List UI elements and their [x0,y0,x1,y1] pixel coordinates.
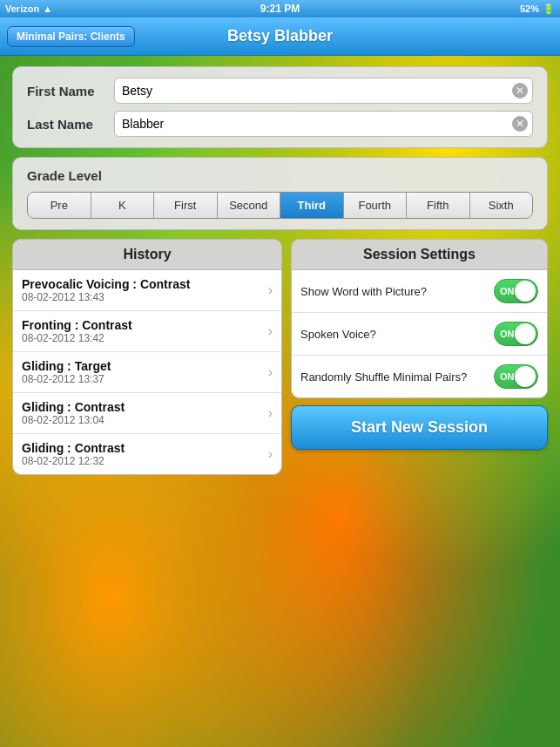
grade-tab-pre[interactable]: Pre [28,193,91,218]
status-right: 52% 🔋 [520,3,555,15]
settings-row-label: Randomly Shuffle Minimal Pairs? [300,370,467,384]
toggle-switch[interactable]: ON [494,364,538,389]
status-time: 9:21 PM [260,3,300,15]
first-name-input-wrap: ✕ [114,78,533,104]
last-name-row: Last Name ✕ [27,111,533,137]
settings-row-label: Show Word with Picture? [300,285,427,298]
history-item-text: Fronting : Contrast 08-02-2012 13:42 [22,318,132,344]
battery-icon: 🔋 [543,3,555,15]
history-item[interactable]: Fronting : Contrast 08-02-2012 13:42 › [13,311,281,352]
grade-tab-fifth[interactable]: Fifth [407,193,470,218]
settings-panel: Session Settings Show Word with Picture?… [291,239,548,475]
grade-tab-k[interactable]: K [91,193,155,218]
wifi-icon: ▲ [43,3,52,14]
settings-header: Session Settings [292,240,547,270]
chevron-right-icon: › [268,282,273,298]
start-new-session-button[interactable]: Start New Session [291,405,548,450]
history-item-date: 08-02-2012 13:37 [22,373,111,385]
settings-card: Session Settings Show Word with Picture?… [291,239,548,398]
chevron-right-icon: › [268,446,273,462]
history-item-title: Gliding : Target [22,359,111,373]
grade-tabs: PreKFirstSecondThirdFourthFifthSixth [27,192,533,219]
toggle-switch[interactable]: ON [494,279,538,303]
grade-level-card: Grade Level PreKFirstSecondThirdFourthFi… [12,157,548,230]
grade-tab-sixth[interactable]: Sixth [470,193,533,218]
name-form-card: First Name ✕ Last Name ✕ [12,66,548,148]
nav-title: Betsy Blabber [227,27,333,45]
history-item-title: Fronting : Contrast [22,318,132,332]
settings-row: Randomly Shuffle Minimal Pairs? ON [292,356,547,397]
grade-tab-second[interactable]: Second [218,193,281,218]
history-item-title: Gliding : Contrast [22,441,125,455]
toggle-knob [515,323,536,344]
toggle-knob [515,366,536,387]
grade-level-title: Grade Level [27,168,533,183]
history-item-date: 08-02-2012 13:42 [22,332,132,344]
history-item[interactable]: Gliding : Target 08-02-2012 13:37 › [13,352,281,393]
toggle-label: ON [500,329,515,339]
toggle-label: ON [500,371,515,382]
settings-row-label: Spoken Voice? [300,328,376,341]
history-list: Prevocalic Voicing : Contrast 08-02-2012… [13,270,281,474]
first-name-row: First Name ✕ [27,78,533,104]
history-item[interactable]: Prevocalic Voicing : Contrast 08-02-2012… [13,270,281,311]
history-item[interactable]: Gliding : Contrast 08-02-2012 12:32 › [13,434,281,474]
first-name-label: First Name [27,84,114,98]
chevron-right-icon: › [268,405,273,421]
settings-row: Show Word with Picture? ON [292,270,547,313]
history-item-text: Prevocalic Voicing : Contrast 08-02-2012… [22,277,190,303]
history-item-text: Gliding : Target 08-02-2012 13:37 [22,359,111,385]
history-item-text: Gliding : Contrast 08-02-2012 13:04 [22,400,125,426]
first-name-clear-button[interactable]: ✕ [512,83,528,98]
history-header: History [13,240,281,270]
grade-tab-fourth[interactable]: Fourth [344,193,408,218]
bottom-row: History Prevocalic Voicing : Contrast 08… [12,239,548,475]
last-name-input[interactable] [114,111,533,137]
status-left: Verizon ▲ [5,3,52,14]
chevron-right-icon: › [268,364,273,380]
status-bar: Verizon ▲ 9:21 PM 52% 🔋 [0,0,560,17]
settings-row: Spoken Voice? ON [292,313,547,356]
last-name-clear-button[interactable]: ✕ [512,116,528,132]
history-item-title: Prevocalic Voicing : Contrast [22,277,190,291]
last-name-label: Last Name [27,117,114,132]
toggle-switch[interactable]: ON [494,322,538,346]
back-button[interactable]: Minimal Pairs: Clients [7,26,135,47]
toggle-knob [515,281,536,302]
history-item-title: Gliding : Contrast [22,400,125,414]
history-item-date: 08-02-2012 13:04 [22,414,125,426]
nav-bar: Minimal Pairs: Clients Betsy Blabber [0,17,560,56]
battery-label: 52% [520,3,539,14]
settings-rows: Show Word with Picture? ON Spoken Voice?… [292,270,547,397]
chevron-right-icon: › [268,323,273,339]
grade-tab-first[interactable]: First [154,193,218,218]
grade-tab-third[interactable]: Third [280,193,344,218]
last-name-input-wrap: ✕ [114,111,533,137]
history-item[interactable]: Gliding : Contrast 08-02-2012 13:04 › [13,393,281,434]
history-item-date: 08-02-2012 12:32 [22,455,125,467]
first-name-input[interactable] [114,78,533,104]
toggle-label: ON [500,286,515,296]
history-panel: History Prevocalic Voicing : Contrast 08… [12,239,282,475]
content-area: First Name ✕ Last Name ✕ Grade Level Pre… [0,56,560,486]
carrier-label: Verizon [5,3,39,14]
history-item-date: 08-02-2012 13:43 [22,291,190,303]
history-item-text: Gliding : Contrast 08-02-2012 12:32 [22,441,125,467]
